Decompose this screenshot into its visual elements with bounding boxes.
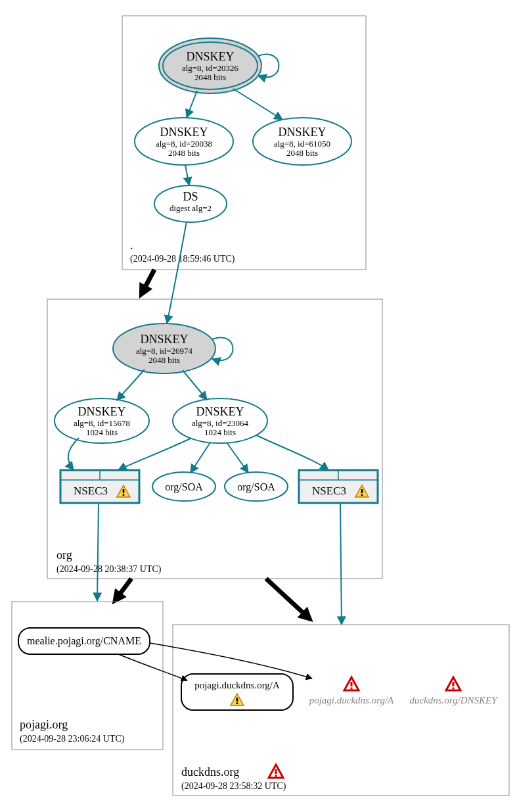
dnskey-root-zsk2[interactable]: DNSKEY alg=8, id=61050 2048 bits (253, 118, 351, 165)
svg-text:alg=8, id=61050: alg=8, id=61050 (274, 139, 330, 149)
dnskey-org-ksk[interactable]: DNSKEY alg=8, id=26974 2048 bits (113, 323, 215, 373)
nsec3-left[interactable]: NSEC3 (60, 470, 139, 503)
svg-text:NSEC3: NSEC3 (74, 485, 108, 497)
zone-root-label: . (130, 239, 133, 252)
svg-text:2048 bits: 2048 bits (148, 355, 180, 365)
svg-text:alg=8, id=15678: alg=8, id=15678 (74, 418, 130, 428)
svg-text:NSEC3: NSEC3 (312, 485, 346, 497)
dnskey-root-zsk1[interactable]: DNSKEY alg=8, id=20038 2048 bits (135, 118, 233, 165)
dnskey-root-ksk[interactable]: DNSKEY alg=8, id=20326 2048 bits (159, 38, 261, 93)
org-soa-2[interactable]: org/SOA (225, 472, 288, 501)
svg-text:2048 bits: 2048 bits (286, 148, 318, 158)
org-soa-1[interactable]: org/SOA (152, 472, 215, 501)
error-icon (269, 765, 283, 778)
ghost-dnskey: duckdns.org/DNSKEY (409, 677, 498, 705)
ghost-a-record: pojagi.duckdns.org/A (309, 677, 394, 705)
ds-root[interactable]: DS digest alg=2 (154, 185, 227, 222)
svg-text:DNSKEY: DNSKEY (78, 405, 125, 418)
delegation-org-to-duckdns (266, 579, 309, 618)
edge (233, 89, 282, 120)
cname-mealie-pojagi[interactable]: mealie.pojagi.org/CNAME (18, 628, 150, 654)
svg-text:DNSKEY: DNSKEY (140, 333, 188, 346)
zone-root: . (2024-09-28 18:59:46 UTC) DNSKEY alg=8… (122, 16, 366, 270)
svg-text:DNSKEY: DNSKEY (278, 126, 326, 139)
edge-ds-to-org-ksk (167, 222, 187, 323)
svg-text:pojagi.duckdns.org/A: pojagi.duckdns.org/A (194, 680, 280, 690)
svg-text:org/SOA: org/SOA (237, 481, 275, 493)
svg-text:mealie.pojagi.org/CNAME: mealie.pojagi.org/CNAME (27, 635, 141, 647)
svg-text:2048 bits: 2048 bits (168, 148, 200, 158)
edge-cname-to-a (118, 654, 187, 681)
svg-text:1024 bits: 1024 bits (204, 427, 236, 437)
svg-text:duckdns.org/DNSKEY: duckdns.org/DNSKEY (409, 695, 498, 705)
svg-text:alg=8, id=20326: alg=8, id=20326 (182, 63, 239, 73)
zone-pojagi: pojagi.org (2024-09-28 23:06:24 UTC) mea… (12, 602, 163, 750)
svg-text:DNSKEY: DNSKEY (196, 405, 244, 418)
svg-text:DS: DS (183, 190, 198, 203)
edge (185, 165, 189, 185)
svg-text:digest alg=2: digest alg=2 (169, 203, 212, 213)
svg-text:pojagi.duckdns.org/A: pojagi.duckdns.org/A (309, 695, 394, 705)
zone-duckdns: duckdns.org (2024-09-28 23:58:32 UTC) po… (173, 625, 509, 796)
svg-text:alg=8, id=20038: alg=8, id=20038 (156, 139, 212, 149)
zone-org-label: org (56, 548, 72, 561)
delegation-root-to-org (142, 270, 154, 293)
zone-pojagi-label: pojagi.org (20, 718, 68, 731)
delegation-org-to-pojagi (116, 579, 131, 600)
dnskey-org-zsk2[interactable]: DNSKEY alg=8, id=23064 1024 bits (173, 398, 267, 443)
zone-pojagi-ts: (2024-09-28 23:06:24 UTC) (20, 734, 125, 744)
dnskey-org-zsk1[interactable]: DNSKEY alg=8, id=15678 1024 bits (55, 398, 149, 443)
svg-text:alg=8, id=23064: alg=8, id=23064 (192, 418, 249, 428)
edge-cname-to-ghost-a (150, 643, 312, 679)
svg-text:1024 bits: 1024 bits (86, 427, 118, 437)
zone-duckdns-label: duckdns.org (181, 765, 239, 778)
svg-text:alg=8, id=26974: alg=8, id=26974 (136, 346, 193, 356)
svg-text:org/SOA: org/SOA (165, 481, 203, 493)
nsec3-right[interactable]: NSEC3 (299, 470, 378, 503)
zone-root-ts: (2024-09-28 18:59:46 UTC) (130, 254, 235, 264)
edge (187, 91, 197, 118)
zone-duckdns-ts: (2024-09-28 23:58:32 UTC) (181, 781, 286, 792)
zone-org-ts: (2024-09-28 20:38:37 UTC) (56, 564, 162, 575)
svg-text:DNSKEY: DNSKEY (160, 126, 208, 139)
svg-text:DNSKEY: DNSKEY (186, 50, 234, 63)
svg-text:2048 bits: 2048 bits (194, 72, 226, 82)
a-record-pojagi-duckdns[interactable]: pojagi.duckdns.org/A (181, 674, 293, 710)
